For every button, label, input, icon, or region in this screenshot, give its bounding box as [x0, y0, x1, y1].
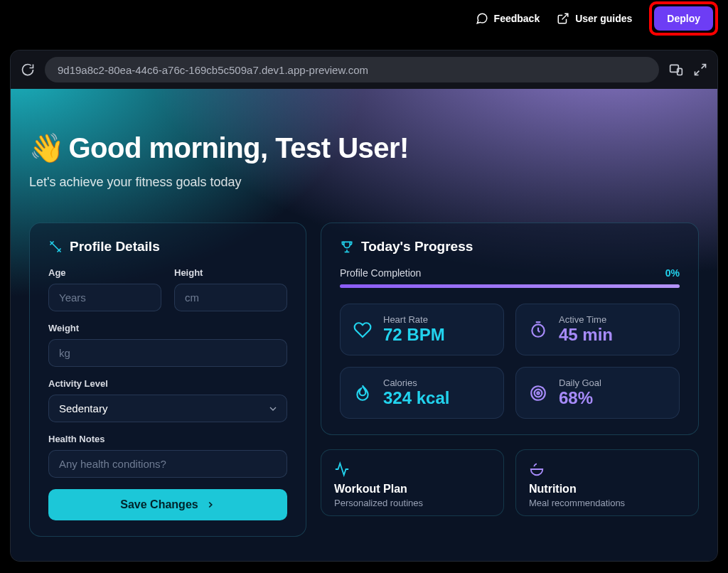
topbar: Feedback User guides Deploy: [0, 0, 728, 37]
chat-icon: [476, 12, 488, 25]
workout-title: Workout Plan: [334, 483, 491, 496]
svg-point-7: [535, 389, 542, 397]
right-column: Today's Progress Profile Completion 0% H…: [321, 223, 699, 537]
bottom-cards: Workout Plan Personalized routines Nutri…: [321, 449, 699, 516]
profile-completion-label: Profile Completion: [340, 267, 421, 279]
profile-completion-value: 0%: [665, 267, 680, 279]
notes-field-wrap: Health Notes: [48, 434, 287, 478]
svg-line-4: [695, 71, 700, 75]
workout-sub: Personalized routines: [334, 498, 491, 508]
user-guides-label: User guides: [575, 13, 632, 24]
stat-goal-label: Daily Goal: [559, 377, 601, 388]
age-field-wrap: Age: [48, 267, 161, 311]
url-bar: 9d19a8c2-80ea-44c6-a76c-169cb5c509a7.dev…: [11, 50, 717, 89]
profile-panel-title: Profile Details: [48, 239, 287, 255]
page-title: 👋 Good morning, Test User!: [29, 132, 699, 165]
profile-completion-bar: [340, 284, 680, 288]
deploy-highlight: Deploy: [649, 1, 718, 36]
svg-point-6: [531, 386, 545, 400]
age-label: Age: [48, 267, 161, 278]
stat-calories: Calories 324 kcal: [340, 367, 504, 419]
svg-line-0: [562, 14, 568, 19]
nutrition-card[interactable]: Nutrition Meal recommendations: [515, 449, 699, 516]
profile-completion-row: Profile Completion 0%: [340, 267, 680, 279]
notes-label: Health Notes: [48, 434, 287, 444]
flame-icon: [353, 384, 372, 402]
app-canvas: 👋 Good morning, Test User! Let's achieve…: [11, 89, 717, 561]
save-button[interactable]: Save Changes: [48, 489, 287, 520]
progress-panel-title-text: Today's Progress: [361, 239, 473, 255]
profile-panel-title-text: Profile Details: [70, 239, 160, 255]
stat-calories-label: Calories: [383, 377, 449, 388]
height-input[interactable]: [174, 284, 287, 311]
main-grid: Profile Details Age Height Weight: [29, 223, 699, 537]
weight-input[interactable]: [48, 339, 287, 367]
preview-frame: 9d19a8c2-80ea-44c6-a76c-169cb5c509a7.dev…: [10, 50, 718, 562]
devices-icon[interactable]: [669, 63, 683, 77]
svg-line-3: [702, 65, 706, 69]
feedback-link[interactable]: Feedback: [476, 12, 540, 25]
stat-goal-value: 68%: [559, 388, 601, 408]
save-button-label: Save Changes: [120, 498, 198, 511]
nutrition-sub: Meal recommendations: [529, 498, 685, 508]
page-title-text: Good morning, Test User!: [69, 132, 409, 164]
svg-point-8: [537, 392, 539, 394]
height-label: Height: [174, 267, 287, 278]
stat-active-time: Active Time 45 min: [515, 304, 680, 355]
height-field-wrap: Height: [174, 267, 287, 311]
activity-label: Activity Level: [48, 378, 287, 389]
workout-card[interactable]: Workout Plan Personalized routines: [321, 449, 504, 516]
activity-select[interactable]: Sedentary: [48, 395, 287, 422]
activity-icon: [334, 461, 350, 477]
stat-active-label: Active Time: [559, 314, 613, 325]
trophy-icon: [340, 240, 354, 254]
chevron-right-icon: [205, 500, 215, 510]
external-link-icon: [557, 12, 569, 25]
age-input[interactable]: [48, 284, 161, 311]
stat-calories-value: 324 kcal: [383, 388, 449, 408]
wave-emoji: 👋: [29, 132, 65, 165]
notes-input[interactable]: [48, 450, 287, 478]
nutrition-title: Nutrition: [529, 483, 685, 496]
stat-daily-goal: Daily Goal 68%: [515, 367, 680, 419]
stat-active-value: 45 min: [559, 325, 613, 345]
user-guides-link[interactable]: User guides: [557, 12, 632, 25]
bowl-icon: [529, 461, 545, 477]
deploy-button[interactable]: Deploy: [654, 6, 713, 31]
url-field[interactable]: 9d19a8c2-80ea-44c6-a76c-169cb5c509a7.dev…: [45, 57, 659, 82]
progress-panel: Today's Progress Profile Completion 0% H…: [321, 223, 699, 435]
stat-heart-label: Heart Rate: [383, 314, 445, 325]
weight-label: Weight: [48, 323, 287, 333]
url-text: 9d19a8c2-80ea-44c6-a76c-169cb5c509a7.dev…: [58, 64, 368, 76]
expand-icon[interactable]: [693, 63, 707, 77]
reload-icon[interactable]: [21, 63, 35, 77]
page-subtitle: Let's achieve your fitness goals today: [29, 175, 699, 190]
progress-panel-title: Today's Progress: [340, 239, 680, 255]
activity-field-wrap: Activity Level Sedentary: [48, 378, 287, 422]
heart-icon: [353, 321, 372, 339]
stat-heart-value: 72 BPM: [383, 325, 445, 345]
stat-heart-rate: Heart Rate 72 BPM: [340, 304, 504, 355]
timer-icon: [529, 321, 547, 339]
dumbbell-icon: [48, 240, 63, 254]
weight-field-wrap: Weight: [48, 323, 287, 367]
stats-grid: Heart Rate 72 BPM Active Time 45 min: [340, 304, 680, 419]
profile-panel: Profile Details Age Height Weight: [29, 223, 306, 537]
feedback-label: Feedback: [494, 13, 540, 24]
target-icon: [529, 384, 547, 402]
